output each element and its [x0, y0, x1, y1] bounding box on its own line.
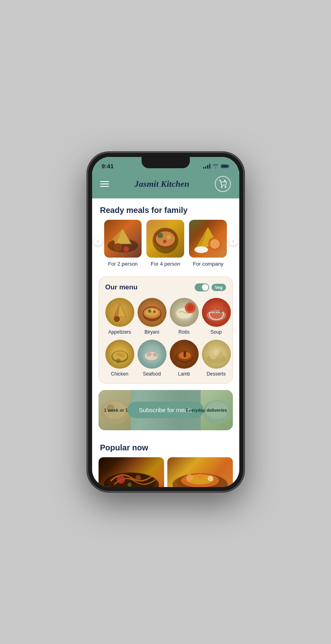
appetizer-icon: [108, 300, 132, 324]
popular-card-inner-2: [167, 457, 233, 487]
svg-rect-2: [221, 165, 227, 167]
svg-point-24: [114, 316, 120, 322]
rotis-icon: [172, 300, 196, 324]
menu-item-circle-rotis: [170, 298, 199, 327]
popular-grid: [92, 457, 239, 487]
popular-title: Popular now: [92, 440, 239, 457]
meals-carousel: ‹: [92, 220, 239, 273]
veg-toggle-switch[interactable]: [195, 283, 209, 291]
app-header: Jasmit Kitchen: [92, 173, 239, 198]
menu-item-desserts[interactable]: Desserts: [202, 340, 231, 377]
meal-card-2[interactable]: For 4 person: [146, 220, 184, 267]
menu-title: Our menu: [105, 283, 138, 291]
menu-item-circle-soup: [202, 298, 231, 327]
menu-item-circle-chicken: [105, 340, 134, 369]
svg-point-9: [123, 246, 129, 252]
subscribe-right-text: Everyday deliveries: [186, 407, 227, 413]
meal-food-icon-3: [191, 222, 225, 256]
svg-point-41: [116, 358, 121, 363]
meals-row: For 2 person: [104, 220, 227, 267]
svg-point-8: [114, 243, 122, 251]
menu-item-rotis[interactable]: Rotis: [170, 298, 199, 335]
popular-card-2[interactable]: [167, 457, 233, 487]
svg-point-66: [135, 475, 141, 481]
veg-badge: Veg: [212, 284, 226, 291]
svg-point-67: [127, 483, 132, 487]
carousel-prev-button[interactable]: ‹: [94, 237, 103, 246]
phone-screen: 9:41: [92, 157, 239, 487]
svg-point-3: [222, 186, 223, 188]
meal-image-2: [146, 220, 184, 258]
svg-point-65: [117, 475, 125, 484]
menu-item-circle-appetizers: [105, 298, 134, 327]
meal-card-1[interactable]: For 2 person: [104, 220, 142, 267]
svg-point-34: [187, 304, 194, 312]
menu-section: Our menu Veg: [99, 277, 233, 384]
menu-item-lamb[interactable]: Lamb: [170, 340, 199, 377]
wifi-icon: [212, 164, 219, 169]
svg-point-50: [178, 358, 181, 361]
svg-point-14: [167, 235, 171, 239]
menu-header: Our menu Veg: [105, 283, 226, 291]
hamburger-menu[interactable]: [100, 181, 109, 187]
menu-item-biryani[interactable]: Biryani: [138, 298, 167, 335]
svg-rect-1: [228, 165, 229, 167]
svg-point-57: [213, 350, 219, 356]
menu-item-appetizers[interactable]: Appetizers: [105, 298, 134, 335]
lamb-icon: [172, 342, 196, 366]
notch: [142, 157, 190, 168]
svg-point-19: [210, 239, 220, 249]
biryani-icon: [140, 300, 164, 324]
seafood-icon: [140, 342, 164, 366]
menu-grid: Appetizers: [105, 298, 226, 377]
menu-item-chicken[interactable]: Chicken: [105, 340, 134, 377]
meal-food-icon-1: [106, 222, 140, 256]
svg-rect-36: [215, 308, 216, 314]
meals-section: Ready meals for family ‹: [92, 198, 239, 273]
menu-item-label-biryani: Biryani: [144, 329, 159, 335]
popular-food-2: [169, 458, 231, 487]
svg-point-74: [197, 473, 202, 478]
svg-point-28: [148, 310, 151, 313]
svg-point-13: [158, 233, 163, 238]
popular-card-1[interactable]: [99, 457, 164, 487]
meal-label-1: For 2 person: [108, 261, 138, 267]
svg-point-73: [208, 476, 213, 481]
svg-point-72: [186, 474, 193, 481]
app-title: Jasmit Kitchen: [134, 179, 189, 189]
popular-section: Popular now: [92, 437, 239, 487]
carousel-next-button[interactable]: ›: [229, 237, 238, 246]
phone-frame: 9:41: [87, 152, 244, 492]
popular-food-1: [100, 458, 162, 487]
menu-item-label-soup: Soup: [210, 329, 222, 335]
svg-point-15: [163, 240, 167, 243]
meals-section-title: Ready meals for family: [92, 198, 239, 220]
status-time: 9:41: [102, 163, 114, 169]
scroll-area[interactable]: Ready meals for family ‹: [92, 198, 239, 487]
menu-item-soup[interactable]: Soup: [202, 298, 231, 335]
meal-card-3[interactable]: For company: [189, 220, 227, 267]
popular-card-inner-1: [99, 457, 164, 487]
menu-item-label-rotis: Rotis: [179, 329, 189, 335]
menu-item-label-chicken: Chicken: [111, 371, 128, 377]
svg-point-4: [225, 186, 226, 188]
svg-point-29: [153, 310, 156, 313]
meal-label-2: For 4 person: [151, 261, 181, 267]
desserts-icon: [204, 342, 228, 366]
meal-food-icon-2: [148, 222, 183, 256]
soup-icon: [204, 300, 228, 324]
menu-item-circle-lamb: [170, 340, 199, 369]
menu-item-seafood[interactable]: Seafood: [138, 340, 167, 377]
meal-label-3: For company: [193, 261, 224, 267]
battery-icon: [221, 164, 230, 169]
svg-rect-49: [183, 351, 186, 357]
signal-icon: [203, 164, 210, 169]
menu-item-label-seafood: Seafood: [143, 371, 161, 377]
subscribe-banner: 1 week or 1 month Subscribe for meals Ev…: [99, 390, 233, 430]
menu-item-label-desserts: Desserts: [207, 371, 226, 377]
menu-item-label-appetizers: Appetizers: [108, 329, 131, 335]
menu-item-label-lamb: Lamb: [178, 371, 190, 377]
veg-toggle-group: Veg: [195, 283, 226, 291]
menu-item-circle-seafood: [138, 340, 167, 369]
cart-button[interactable]: [215, 176, 231, 192]
